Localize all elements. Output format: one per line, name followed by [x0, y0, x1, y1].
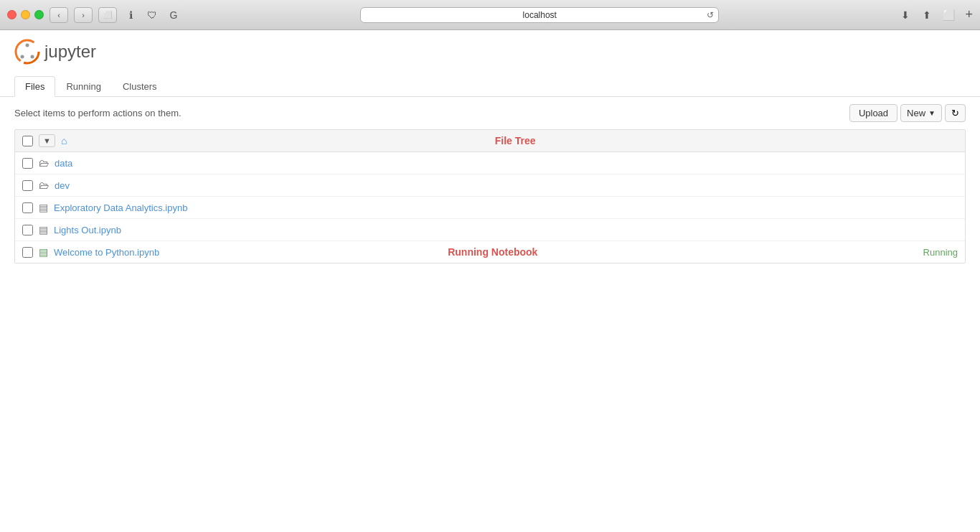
list-item[interactable]: ▤ Exploratory Data Analytics.ipynb — [15, 197, 965, 219]
view-button[interactable]: ⬜ — [98, 7, 117, 23]
privacy-icon[interactable]: 🛡 — [144, 7, 160, 23]
select-items-text: Select items to perform actions on them. — [14, 108, 182, 118]
home-icon[interactable]: ⌂ — [61, 135, 67, 146]
list-item[interactable]: ▤ Welcome to Python.ipynb Running Notebo… — [15, 241, 965, 263]
toolbar-right: Upload New ▼ ↻ — [849, 104, 966, 122]
file-tree-title: File Tree — [72, 135, 958, 146]
new-button-caret: ▼ — [928, 109, 936, 117]
new-button-label: New — [907, 108, 928, 118]
row-checkbox[interactable] — [22, 180, 33, 191]
page-content: jupyter Files Running Clusters Select it… — [0, 30, 980, 263]
tabs-bar: Files Running Clusters — [0, 65, 980, 97]
row-checkbox[interactable] — [22, 158, 33, 169]
reload-button[interactable]: ↺ — [707, 10, 714, 20]
jupyter-logo: jupyter — [14, 39, 96, 65]
list-item[interactable]: 🗁 data — [15, 152, 965, 174]
file-link[interactable]: Welcome to Python.ipynb — [54, 247, 428, 258]
new-button[interactable]: New ▼ — [900, 104, 942, 122]
file-link[interactable]: Exploratory Data Analytics.ipynb — [54, 202, 958, 213]
row-checkbox[interactable] — [22, 202, 33, 213]
address-bar-wrapper: localhost ↺ — [187, 7, 892, 23]
notebook-running-icon: ▤ — [39, 246, 48, 258]
back-button[interactable]: ‹ — [50, 7, 68, 23]
select-all-checkbox[interactable] — [22, 136, 33, 146]
jupyter-header: jupyter — [0, 30, 980, 65]
notebook-icon: ▤ — [39, 202, 48, 213]
file-link[interactable]: dev — [55, 180, 958, 191]
running-notebook-label: Running Notebook — [448, 246, 537, 258]
forward-button[interactable]: › — [74, 7, 93, 23]
jupyter-logo-icon — [14, 39, 40, 65]
list-item[interactable]: 🗁 dev — [15, 174, 965, 197]
file-link[interactable]: Lights Out.ipynb — [54, 225, 958, 235]
tabs-icon[interactable]: ⬜ — [941, 7, 956, 23]
share-icon[interactable]: ⬆ — [919, 7, 935, 23]
file-link[interactable]: data — [55, 158, 958, 169]
svg-point-2 — [26, 44, 29, 47]
tab-clusters[interactable]: Clusters — [112, 76, 168, 97]
tab-files[interactable]: Files — [14, 76, 55, 97]
row-checkbox[interactable] — [22, 225, 33, 235]
row-checkbox[interactable] — [22, 247, 33, 258]
folder-icon: 🗁 — [39, 179, 49, 191]
address-bar[interactable]: localhost ↺ — [360, 7, 719, 23]
maximize-button[interactable] — [34, 10, 44, 19]
traffic-lights — [7, 10, 44, 19]
google-icon[interactable]: G — [166, 7, 182, 23]
header-actions: ▼ — [39, 134, 55, 147]
page-info-icon[interactable]: ℹ — [123, 7, 138, 23]
folder-icon: 🗁 — [39, 157, 49, 169]
refresh-button[interactable]: ↻ — [945, 104, 966, 122]
download-icon[interactable]: ⬇ — [897, 7, 913, 23]
jupyter-logo-text: jupyter — [44, 42, 96, 62]
close-button[interactable] — [7, 10, 17, 19]
notebook-icon: ▤ — [39, 224, 48, 235]
browser-chrome: ‹ › ⬜ ℹ 🛡 G localhost ↺ ⬇ ⬆ ⬜ + — [0, 0, 980, 30]
svg-point-3 — [31, 55, 34, 59]
sort-button[interactable]: ▼ — [39, 134, 55, 147]
tab-running[interactable]: Running — [55, 76, 111, 97]
minimize-button[interactable] — [21, 10, 30, 19]
add-tab-button[interactable]: + — [965, 7, 973, 22]
toolbar: Select items to perform actions on them.… — [0, 97, 980, 129]
running-badge: Running — [923, 247, 958, 258]
file-tree: ▼ ⌂ File Tree 🗁 data 🗁 dev ▤ Exploratory… — [14, 129, 966, 263]
upload-button[interactable]: Upload — [849, 104, 897, 122]
url-text: localhost — [523, 10, 557, 20]
svg-point-4 — [21, 55, 24, 59]
list-item[interactable]: ▤ Lights Out.ipynb — [15, 219, 965, 241]
file-tree-header: ▼ ⌂ File Tree — [15, 130, 965, 152]
